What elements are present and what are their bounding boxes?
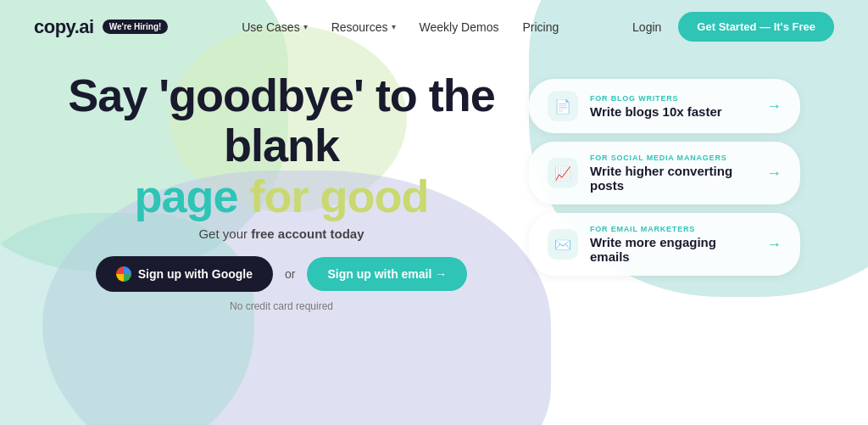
card-social-title: Write higher converting posts bbox=[590, 164, 754, 193]
hero-title-page: page bbox=[135, 171, 238, 221]
nav-pricing[interactable]: Pricing bbox=[522, 20, 559, 34]
card-blog-label: FOR BLOG WRITERS bbox=[590, 94, 754, 103]
card-email-label: FOR EMAIL MARKETERS bbox=[590, 225, 754, 233]
logo[interactable]: copy.ai bbox=[34, 16, 94, 38]
card-email-title: Write more engaging emails bbox=[590, 235, 754, 264]
hero-section: Say 'goodbye' to the blank page for good… bbox=[51, 53, 512, 331]
card-social-media[interactable]: 📈 FOR SOCIAL MEDIA MANAGERS Write higher… bbox=[529, 142, 800, 204]
google-signup-button[interactable]: Sign up with Google bbox=[96, 256, 273, 292]
nav-right: Login Get Started — It's Free bbox=[632, 12, 834, 42]
nav-use-cases[interactable]: Use Cases ▾ bbox=[242, 20, 307, 34]
nav-left: copy.ai We're Hiring! bbox=[34, 16, 168, 38]
navbar: copy.ai We're Hiring! Use Cases ▾ Resour… bbox=[0, 0, 868, 53]
arrow-icon: → bbox=[766, 165, 782, 182]
arrow-icon: → bbox=[766, 236, 782, 254]
no-credit-label: No credit card required bbox=[68, 300, 495, 312]
cards-section: 📄 FOR BLOG WRITERS Write blogs 10x faste… bbox=[512, 53, 817, 276]
hero-title: Say 'goodbye' to the blank page for good bbox=[68, 70, 495, 221]
hiring-badge[interactable]: We're Hiring! bbox=[103, 20, 169, 34]
get-started-button[interactable]: Get Started — It's Free bbox=[678, 12, 834, 42]
email-signup-button[interactable]: Sign up with email → bbox=[307, 257, 467, 291]
email-icon: ✉️ bbox=[548, 229, 578, 260]
social-icon: 📈 bbox=[548, 158, 578, 188]
card-social-label: FOR SOCIAL MEDIA MANAGERS bbox=[590, 154, 754, 162]
blog-icon: 📄 bbox=[548, 91, 578, 121]
login-button[interactable]: Login bbox=[632, 20, 661, 34]
nav-center: Use Cases ▾ Resources ▾ Weekly Demos Pri… bbox=[242, 20, 559, 34]
cta-row: Sign up with Google or Sign up with emai… bbox=[68, 256, 495, 292]
arrow-icon: → bbox=[766, 98, 782, 115]
chevron-down-icon: ▾ bbox=[303, 22, 308, 31]
hero-subtitle: Get your free account today bbox=[68, 226, 495, 241]
nav-resources[interactable]: Resources ▾ bbox=[331, 20, 396, 34]
card-blog-writers[interactable]: 📄 FOR BLOG WRITERS Write blogs 10x faste… bbox=[529, 79, 800, 133]
or-label: or bbox=[285, 267, 295, 281]
nav-weekly-demos[interactable]: Weekly Demos bbox=[420, 20, 499, 34]
card-email-marketers[interactable]: ✉️ FOR EMAIL MARKETERS Write more engagi… bbox=[529, 213, 800, 276]
hero-title-for-good: for good bbox=[250, 171, 429, 221]
card-blog-title: Write blogs 10x faster bbox=[590, 104, 754, 119]
google-icon bbox=[116, 266, 131, 282]
chevron-down-icon: ▾ bbox=[392, 22, 396, 31]
